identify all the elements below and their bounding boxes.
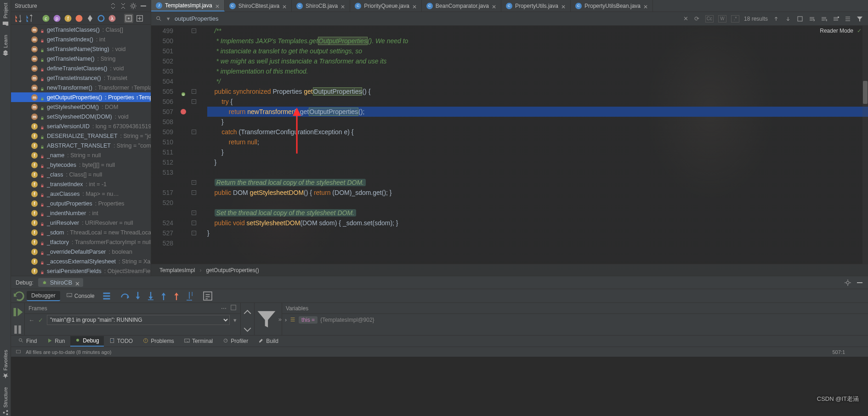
problems-tool[interactable]: Problems (138, 336, 179, 346)
structure-item[interactable]: m getTransletClasses(): Class[] (11, 25, 151, 34)
step-out-icon[interactable] (158, 291, 169, 302)
learn-tool[interactable]: Learn (2, 35, 9, 56)
structure-item[interactable]: f _uriResolver: URIResolver = null (11, 218, 151, 228)
structure-item[interactable]: m getTransletName(): String (11, 54, 151, 63)
evaluate-icon[interactable] (202, 291, 213, 302)
structure-item[interactable]: f _accessExternalStylesheet: String = Xa… (11, 256, 151, 266)
resume-icon[interactable] (11, 305, 24, 319)
structure-item[interactable]: m setTransletName(String): void (11, 44, 151, 54)
prev-frame-icon[interactable]: ← (28, 317, 34, 324)
regex-toggle[interactable]: .* (731, 15, 739, 23)
structure-list[interactable]: m getTransletClasses(): Class[]m getTran… (11, 25, 151, 276)
close-icon[interactable]: ✕ (282, 4, 287, 8)
fold-icon[interactable]: − (192, 221, 196, 225)
fold-icon[interactable]: − (192, 89, 196, 94)
match-case-toggle[interactable]: Cc (705, 15, 714, 23)
close-icon[interactable]: ✕ (412, 4, 417, 8)
structure-item[interactable]: f serialPersistentFields: ObjectStreamFi… (11, 266, 151, 276)
structure-item[interactable]: m setStylesheetDOM(DOM): void (11, 112, 151, 121)
fold-icon[interactable]: − (192, 190, 196, 195)
terminal-tool[interactable]: Terminal (180, 336, 217, 346)
step-into-icon[interactable] (132, 291, 143, 302)
run-tool[interactable]: Run (42, 336, 69, 346)
more-frames-icon[interactable]: » (278, 316, 282, 323)
structure-item[interactable]: f _outputProperties: Properties (11, 199, 151, 208)
close-icon[interactable]: ✕ (492, 4, 496, 8)
scrollbar[interactable] (862, 26, 868, 264)
select-all-occ-icon[interactable] (832, 15, 840, 23)
todo-tool[interactable]: TODO (105, 336, 137, 346)
filter-p-icon[interactable]: p (52, 14, 62, 23)
structure-item[interactable]: m getStylesheetDOM(): DOM (11, 102, 151, 112)
fold-icon[interactable]: − (192, 130, 196, 134)
remove-selection-icon[interactable] (820, 15, 828, 23)
filter-y-icon[interactable] (85, 14, 95, 23)
close-icon[interactable]: ✕ (340, 4, 345, 8)
close-icon[interactable]: ✕ (561, 4, 566, 8)
rerun-icon[interactable] (14, 291, 25, 302)
history-icon[interactable]: ⟳ (694, 15, 701, 22)
filter-frames-icon[interactable] (255, 307, 278, 332)
filter-ring-icon[interactable] (96, 14, 106, 23)
editor-tab[interactable]: CPropertyUtilsBean.java✕ (571, 0, 653, 11)
structure-item[interactable]: m newTransformer(): Transformer ↑Templat (11, 83, 151, 92)
structure-item[interactable]: m getTransletInstance(): Translet (11, 73, 151, 83)
debugger-tab[interactable]: Debugger (27, 291, 60, 301)
override-icon[interactable]: o (181, 89, 186, 94)
filter-f-icon[interactable]: f (63, 14, 73, 23)
console-tab[interactable]: Console (62, 291, 99, 301)
fold-icon[interactable]: − (192, 28, 196, 33)
breakpoint-icon[interactable] (181, 109, 186, 114)
filter-o-icon[interactable] (74, 14, 84, 23)
debug-tool[interactable]: Debug (70, 336, 103, 347)
filter-lambda-icon[interactable]: λ (108, 14, 117, 23)
structure-item[interactable]: f _class: Class[] = null (11, 170, 151, 179)
more-icon[interactable]: ⋯ (221, 305, 227, 312)
editor-tab[interactable]: CPropertyUtils.java✕ (501, 0, 571, 11)
step-over-icon[interactable] (119, 291, 130, 302)
editor-tab[interactable]: JTemplatesImpl.java✕ (151, 0, 225, 11)
hide-icon[interactable] (140, 2, 147, 10)
thread-select[interactable]: "main"@1 in group "main": RUNNING (47, 315, 230, 325)
prev-match-icon[interactable] (772, 15, 780, 23)
restore-layout-icon[interactable] (230, 304, 237, 312)
structure-tool[interactable]: Structure (2, 387, 9, 416)
debug-config[interactable]: ShiroCB ✕ (38, 278, 83, 287)
fold-icon[interactable]: + (192, 211, 196, 215)
structure-item[interactable]: f _tfactory: TransformerFactoryImpl = nu… (11, 237, 151, 247)
structure-item[interactable]: f serialVersionUID: long = 673094361519… (11, 121, 151, 131)
structure-item[interactable]: f _overrideDefaultParser: boolean (11, 247, 151, 256)
close-icon[interactable]: ✕ (643, 4, 648, 8)
autoscroll-from-icon[interactable] (135, 14, 144, 23)
variable-row[interactable]: › this = {TemplatesImpl@902} (282, 314, 868, 326)
profiler-tool[interactable]: Profiler (218, 336, 253, 346)
find-tool[interactable]: Find (14, 336, 41, 346)
structure-item[interactable]: f _sdom: ThreadLocal = new ThreadLocal() (11, 228, 151, 237)
filter-c-icon[interactable]: c (41, 14, 51, 23)
filter-icon[interactable] (856, 15, 863, 23)
fold-icon[interactable]: + (192, 180, 196, 185)
words-toggle[interactable]: W (718, 15, 726, 23)
select-all-icon[interactable] (796, 15, 804, 23)
project-tool[interactable]: Project (2, 3, 9, 27)
editor-tab[interactable]: CPriorityQueue.java✕ (350, 0, 422, 11)
structure-item[interactable]: f _indentNumber: int (11, 208, 151, 218)
find-input[interactable] (175, 15, 312, 22)
build-tool[interactable]: Build (254, 336, 283, 346)
structure-item[interactable]: f _transletIndex: int = -1 (11, 179, 151, 189)
close-icon[interactable]: ✕ (75, 280, 79, 285)
add-selection-icon[interactable] (808, 15, 816, 23)
sort-visibility-icon[interactable] (25, 14, 34, 23)
expand-icon[interactable]: › (285, 317, 287, 323)
editor-breadcrumb[interactable]: TemplatesImpl › getOutputProperties() (151, 264, 868, 276)
expand-all-icon[interactable] (109, 2, 117, 10)
hide-debug-icon[interactable] (856, 279, 863, 286)
clear-icon[interactable]: ✕ (683, 15, 690, 22)
favorites-tool[interactable]: Favorites (2, 350, 9, 379)
structure-item[interactable]: f _name: String = null (11, 150, 151, 160)
close-icon[interactable]: ✕ (215, 3, 220, 8)
structure-item[interactable]: f DESERIALIZE_TRANSLET: String = "jdk.xm… (11, 131, 151, 141)
fold-icon[interactable]: − (192, 99, 196, 104)
more-options-icon[interactable] (844, 15, 851, 23)
settings-icon[interactable] (130, 2, 137, 10)
